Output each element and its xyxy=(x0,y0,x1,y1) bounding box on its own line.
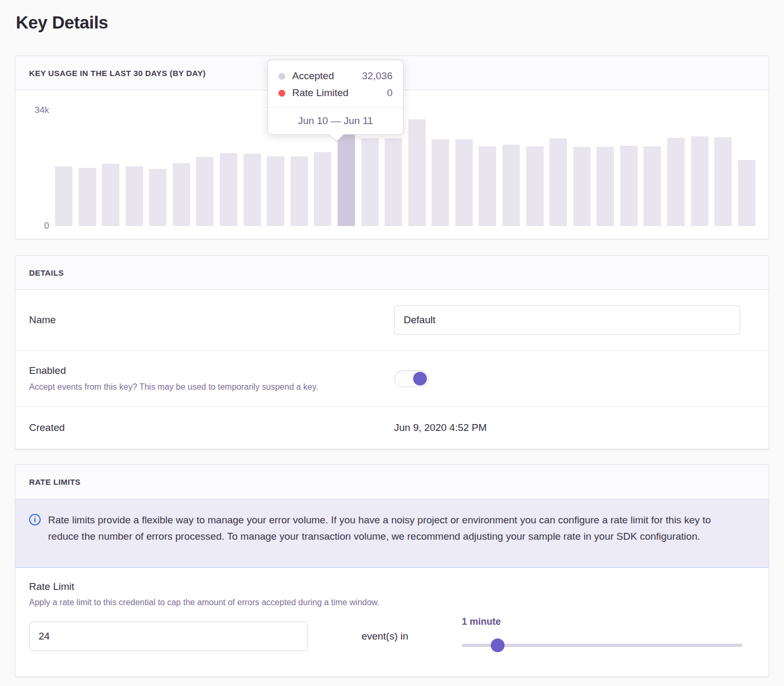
usage-bar[interactable] xyxy=(643,146,661,226)
usage-bar[interactable] xyxy=(361,138,379,226)
usage-bar[interactable] xyxy=(267,156,284,226)
tooltip-rate-limited-value: 0 xyxy=(387,87,393,99)
tooltip-row-rate-limited: Rate Limited 0 xyxy=(278,84,393,101)
name-field-row: Name xyxy=(15,290,769,350)
usage-bar[interactable] xyxy=(738,160,755,226)
rate-limits-info-alert: i Rate limits provide a flexible way to … xyxy=(15,499,769,568)
usage-bars xyxy=(55,110,755,226)
rate-limit-field: Rate Limit Apply a rate limit to this cr… xyxy=(15,568,769,676)
usage-bar[interactable] xyxy=(432,139,449,226)
rate-limits-panel-header: RATE LIMITS xyxy=(15,465,769,499)
rate-limits-panel-title: RATE LIMITS xyxy=(29,477,80,486)
usage-bar[interactable] xyxy=(526,146,544,226)
created-field-right: Jun 9, 2020 4:52 PM xyxy=(394,422,769,434)
name-field-left: Name xyxy=(15,314,394,326)
tooltip-date-range: Jun 10 — Jun 11 xyxy=(268,107,403,134)
usage-bar[interactable] xyxy=(408,119,426,226)
tooltip-accepted-value: 32,036 xyxy=(362,70,393,82)
page-title: Key Details xyxy=(16,13,769,36)
key-details-page: Key Details KEY USAGE IN THE LAST 30 DAY… xyxy=(0,0,784,681)
y-axis-tick-max: 34k xyxy=(31,105,49,116)
name-field-right xyxy=(394,305,769,335)
usage-bar[interactable] xyxy=(549,138,567,226)
rate-limits-panel: RATE LIMITS i Rate limits provide a flex… xyxy=(15,464,769,677)
rate-limit-between-text: event(s) in xyxy=(308,631,462,642)
rate-limit-window-slider: 1 minute xyxy=(462,622,742,651)
tooltip-row-accepted: Accepted 32,036 xyxy=(278,68,393,84)
usage-bar[interactable] xyxy=(79,168,96,226)
tooltip-rate-limited-label: Rate Limited xyxy=(292,87,349,99)
toggle-knob xyxy=(413,372,427,386)
details-panel-header: DETAILS xyxy=(15,256,769,290)
enabled-field-row: Enabled Accept events from this key? Thi… xyxy=(15,350,769,406)
accepted-dot-icon xyxy=(278,73,285,80)
rate-limit-controls: event(s) in 1 minute xyxy=(29,622,742,651)
usage-bar[interactable] xyxy=(596,147,614,226)
rate-limits-info-text: Rate limits provide a flexible way to ma… xyxy=(48,512,742,544)
details-panel-title: DETAILS xyxy=(29,268,64,277)
usage-bar[interactable] xyxy=(220,153,237,226)
usage-bar[interactable] xyxy=(149,169,166,226)
usage-bar[interactable] xyxy=(173,163,190,226)
created-value: Jun 9, 2020 4:52 PM xyxy=(394,422,740,434)
usage-bar[interactable] xyxy=(102,164,119,226)
enabled-toggle[interactable] xyxy=(394,370,429,387)
created-field-left: Created xyxy=(15,422,394,434)
usage-bar[interactable] xyxy=(573,147,591,226)
chart-tooltip-body: Accepted 32,036 Rate Limited 0 xyxy=(268,60,403,107)
slider-value-label: 1 minute xyxy=(462,616,501,627)
created-field-row: Created Jun 9, 2020 4:52 PM xyxy=(15,406,769,449)
usage-bar[interactable] xyxy=(479,146,496,226)
info-icon: i xyxy=(29,514,41,525)
usage-bar[interactable] xyxy=(196,157,213,226)
usage-bar[interactable] xyxy=(620,146,638,226)
name-label: Name xyxy=(29,314,378,326)
usage-bar[interactable] xyxy=(385,138,402,226)
key-usage-panel-title: KEY USAGE IN THE LAST 30 DAYS (BY DAY) xyxy=(29,69,206,78)
tooltip-accepted-label: Accepted xyxy=(292,70,334,82)
rate-limit-count-input[interactable] xyxy=(29,622,308,651)
created-label: Created xyxy=(29,422,378,434)
enabled-field-right xyxy=(394,370,769,387)
chart-tooltip: Accepted 32,036 Rate Limited 0 Jun 10 — … xyxy=(267,60,404,135)
enabled-field-left: Enabled Accept events from this key? Thi… xyxy=(15,365,394,392)
usage-bar[interactable] xyxy=(667,138,685,226)
enabled-help-text: Accept events from this key? This may be… xyxy=(29,381,378,392)
y-axis-tick-zero: 0 xyxy=(31,221,49,231)
usage-bar[interactable] xyxy=(291,156,308,226)
name-input[interactable] xyxy=(394,305,740,335)
details-panel: DETAILS Name Enabled Accept events from … xyxy=(15,255,769,449)
usage-bar[interactable] xyxy=(244,154,261,226)
slider-thumb[interactable] xyxy=(491,638,505,652)
usage-bar[interactable] xyxy=(502,145,520,226)
usage-bar[interactable] xyxy=(691,136,708,226)
usage-bar[interactable] xyxy=(55,166,72,226)
rate-limit-help-text: Apply a rate limit to this credential to… xyxy=(29,598,742,607)
key-usage-panel: KEY USAGE IN THE LAST 30 DAYS (BY DAY) 3… xyxy=(15,55,769,239)
enabled-label: Enabled xyxy=(29,365,378,377)
usage-bar[interactable] xyxy=(714,137,732,226)
rate-limit-label: Rate Limit xyxy=(29,581,742,593)
usage-bar[interactable] xyxy=(314,152,331,226)
usage-bar[interactable] xyxy=(126,166,143,226)
usage-bar[interactable] xyxy=(455,139,473,226)
rate-limited-dot-icon xyxy=(278,90,285,97)
